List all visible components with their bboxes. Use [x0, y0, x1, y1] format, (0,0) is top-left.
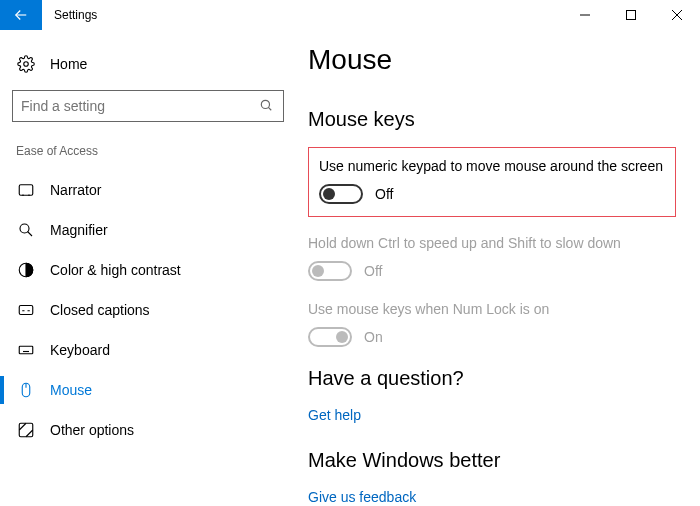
- sidebar-item-keyboard[interactable]: Keyboard: [12, 330, 284, 370]
- maximize-icon: [626, 10, 636, 20]
- sidebar-item-color-high-contrast[interactable]: Color & high contrast: [12, 250, 284, 290]
- category-header: Ease of Access: [16, 144, 280, 158]
- toggle-state: On: [364, 329, 383, 345]
- close-button[interactable]: [654, 0, 700, 30]
- sidebar-item-label: Color & high contrast: [50, 262, 181, 278]
- sidebar-item-label: Mouse: [50, 382, 92, 398]
- main-content: Mouse Mouse keys Use numeric keypad to m…: [296, 30, 700, 506]
- close-icon: [672, 10, 682, 20]
- svg-rect-6: [19, 306, 33, 315]
- search-input[interactable]: [21, 98, 259, 114]
- sidebar-item-mouse[interactable]: Mouse: [12, 370, 284, 410]
- sidebar-item-label: Closed captions: [50, 302, 150, 318]
- keyboard-icon: [16, 340, 36, 360]
- toggle-state: Off: [375, 186, 393, 202]
- svg-point-1: [24, 62, 29, 67]
- home-label: Home: [50, 56, 87, 72]
- toggle-state: Off: [364, 263, 382, 279]
- search-box[interactable]: [12, 90, 284, 122]
- sidebar: Home Ease of Access Narrator Magnifier C…: [0, 30, 296, 506]
- magnifier-icon: [16, 220, 36, 240]
- page-title: Mouse: [308, 44, 676, 76]
- sidebar-item-other-options[interactable]: Other options: [12, 410, 284, 450]
- titlebar: Settings: [0, 0, 700, 30]
- sidebar-item-narrator[interactable]: Narrator: [12, 170, 284, 210]
- sidebar-item-label: Narrator: [50, 182, 101, 198]
- section-title-better: Make Windows better: [308, 449, 676, 472]
- section-title-question: Have a question?: [308, 367, 676, 390]
- sidebar-item-magnifier[interactable]: Magnifier: [12, 210, 284, 250]
- opt-ctrl-shift-label: Hold down Ctrl to speed up and Shift to …: [308, 235, 676, 251]
- window-title: Settings: [42, 0, 109, 30]
- captions-icon: [16, 300, 36, 320]
- svg-rect-7: [19, 346, 33, 354]
- get-help-link[interactable]: Get help: [308, 407, 361, 423]
- opt-numlock-label: Use mouse keys when Num Lock is on: [308, 301, 676, 317]
- maximize-button[interactable]: [608, 0, 654, 30]
- opt-ctrl-shift: Hold down Ctrl to speed up and Shift to …: [308, 235, 676, 281]
- gear-icon: [16, 54, 36, 74]
- highlight-box: Use numeric keypad to move mouse around …: [308, 147, 676, 217]
- sidebar-item-label: Keyboard: [50, 342, 110, 358]
- opt-numeric-keypad-label: Use numeric keypad to move mouse around …: [319, 158, 665, 174]
- home-nav[interactable]: Home: [12, 48, 284, 90]
- minimize-icon: [580, 10, 590, 20]
- svg-rect-9: [19, 423, 33, 437]
- mouse-icon: [16, 380, 36, 400]
- sidebar-item-closed-captions[interactable]: Closed captions: [12, 290, 284, 330]
- toggle-numlock: [308, 327, 352, 347]
- svg-point-2: [261, 100, 269, 108]
- search-icon: [259, 98, 275, 114]
- narrator-icon: [16, 180, 36, 200]
- svg-rect-3: [19, 185, 33, 196]
- back-button[interactable]: [0, 0, 42, 30]
- toggle-numeric-keypad[interactable]: [319, 184, 363, 204]
- section-title-mouse-keys: Mouse keys: [308, 108, 676, 131]
- opt-numlock: Use mouse keys when Num Lock is on On: [308, 301, 676, 347]
- contrast-icon: [16, 260, 36, 280]
- sidebar-item-label: Magnifier: [50, 222, 108, 238]
- sidebar-item-label: Other options: [50, 422, 134, 438]
- svg-rect-0: [627, 11, 636, 20]
- other-options-icon: [16, 420, 36, 440]
- feedback-link[interactable]: Give us feedback: [308, 489, 416, 505]
- minimize-button[interactable]: [562, 0, 608, 30]
- arrow-left-icon: [12, 6, 30, 24]
- toggle-ctrl-shift: [308, 261, 352, 281]
